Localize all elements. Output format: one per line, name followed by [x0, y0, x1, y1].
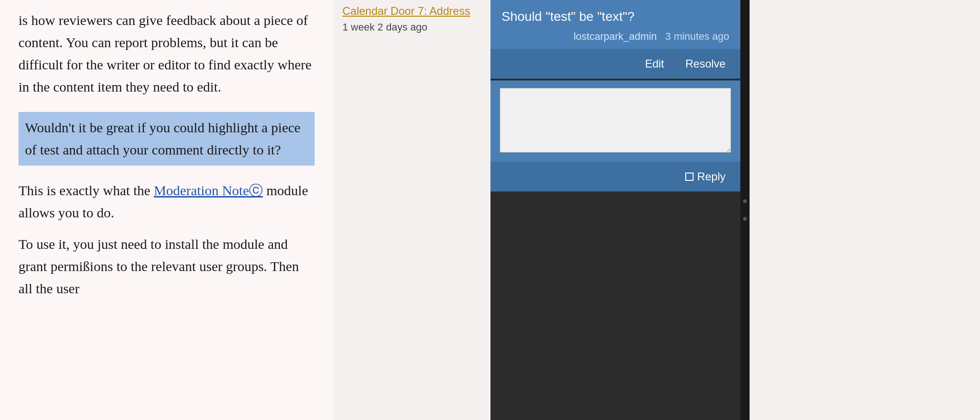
edit-button[interactable]: Edit — [641, 56, 668, 72]
edge-indicator-2 — [743, 217, 747, 221]
moderation-note-link[interactable]: Moderation Noteⓒ — [154, 183, 263, 198]
comment-header: Should "test" be "text"? lostcarpark_adm… — [490, 0, 740, 49]
reply-button[interactable]: Reply — [682, 168, 729, 185]
right-edge-panel — [740, 0, 750, 420]
reply-checkbox-icon — [685, 173, 694, 181]
calendar-door-link[interactable]: Calendar Door 7: Address — [342, 5, 470, 17]
paragraph-1: is how reviewers can give feedback about… — [19, 9, 315, 98]
related-content-sidebar: Calendar Door 7: Address 1 week 2 days a… — [333, 0, 490, 420]
comment-meta: lostcarpark_admin 3 minutes ago — [502, 31, 729, 43]
resolve-button[interactable]: Resolve — [682, 56, 729, 72]
comment-actions-bar: Edit Resolve — [490, 49, 740, 79]
highlighted-text-block: Wouldn't it be great if you could highli… — [19, 112, 315, 166]
reply-actions-bar: Reply — [490, 162, 740, 191]
dark-panel-area — [490, 191, 740, 420]
comment-username: lostcarpark_admin — [574, 31, 657, 42]
comment-title: Should "test" be "text"? — [502, 9, 729, 24]
paragraph-2: This is exactly what the Moderation Note… — [19, 179, 315, 224]
comment-card: Should "test" be "text"? lostcarpark_adm… — [490, 0, 740, 79]
paragraph-3: To use it, you just need to install the … — [19, 233, 315, 300]
reply-section: Reply — [490, 80, 740, 191]
sidebar-timestamp: 1 week 2 days ago — [342, 21, 481, 33]
article-content: is how reviewers can give feedback about… — [0, 0, 333, 420]
edge-indicator-1 — [743, 199, 747, 203]
reply-textarea-wrapper — [490, 80, 740, 162]
reply-textarea[interactable] — [500, 88, 731, 153]
comment-panel: Should "test" be "text"? lostcarpark_adm… — [490, 0, 740, 420]
comment-timestamp: 3 minutes ago — [665, 31, 729, 42]
